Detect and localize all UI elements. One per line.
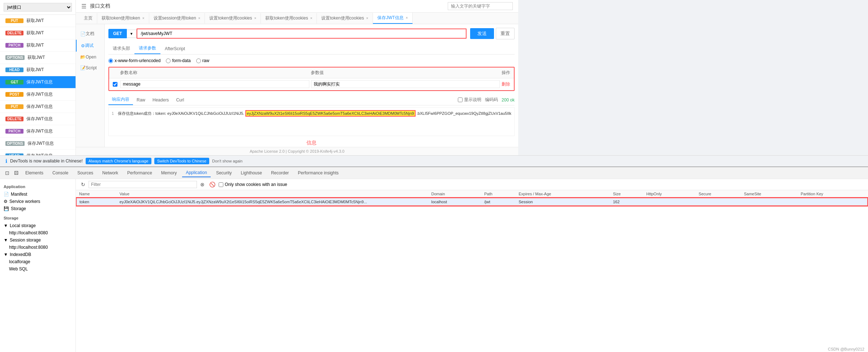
cookie-row[interactable]: token eyJ0eXAiOiJKV1QiLCJhbGciOiJJUzI1Ni… — [76, 198, 868, 206]
tab-elements[interactable]: Elements — [22, 169, 47, 177]
clear-cookies-button[interactable]: 🚫 — [208, 181, 217, 188]
sidebar-service-workers[interactable]: ⚙ Service workers — [0, 198, 76, 205]
left-panel-debug[interactable]: ⚙ 调试 — [76, 40, 104, 52]
tab-3[interactable]: 设置token使用cookies × — [205, 13, 261, 23]
col-header-path[interactable]: Path — [481, 190, 516, 198]
col-header-name[interactable]: Name — [76, 190, 117, 198]
sidebar-item[interactable]: PUT 保存JWT信息 — [0, 101, 76, 113]
col-header-size[interactable]: Size — [610, 190, 643, 198]
radio-formdata[interactable]: form-data — [166, 58, 190, 63]
tab-4[interactable]: 获取token使用cookies × — [261, 13, 317, 23]
tab-5[interactable]: 设置token使用cookies × — [317, 13, 373, 23]
tab-close-icon[interactable]: × — [198, 16, 201, 20]
sidebar-local-storage[interactable]: ▼ Local storage — [0, 222, 76, 229]
sidebar-item[interactable]: DELETE 保存JWT信息 — [0, 113, 76, 125]
left-panel-script[interactable]: 📝 Script — [76, 62, 104, 73]
col-header-secure[interactable]: Secure — [696, 190, 741, 198]
col-header-httponly[interactable]: HttpOnly — [643, 190, 696, 198]
response-tab-curl[interactable]: Curl — [172, 96, 188, 104]
tab-security[interactable]: Security — [212, 169, 235, 177]
method-button[interactable]: GET — [108, 29, 127, 38]
sidebar-session-storage[interactable]: ▼ Session storage — [0, 236, 76, 244]
url-input[interactable] — [137, 29, 467, 39]
radio-urlencoded[interactable]: x-www-form-urlencoded — [108, 58, 160, 63]
hamburger-icon[interactable]: ☰ — [81, 3, 86, 10]
tab-1[interactable]: 获取token使用token × — [97, 13, 149, 23]
devtools-cursor-icon[interactable]: ⊡ — [4, 169, 11, 177]
only-show-cookies-checkbox[interactable] — [219, 182, 223, 187]
api-group-select[interactable]: jwt接口 — [4, 3, 72, 12]
tab-home[interactable]: 主页 — [80, 13, 97, 23]
tab-sources[interactable]: Sources — [74, 169, 97, 177]
radio-raw[interactable]: raw — [196, 58, 209, 63]
tab-close-icon[interactable]: × — [366, 16, 368, 20]
refresh-cookies-button[interactable]: ↻ — [80, 181, 87, 188]
clear-filter-button[interactable]: ⊗ — [199, 181, 206, 188]
sidebar-item-active[interactable]: GET 保存JWT信息 — [0, 76, 76, 88]
sidebar-item[interactable]: PUT 获取JWT — [0, 15, 76, 27]
show-desc-checkbox[interactable] — [458, 97, 463, 102]
tab-close-icon[interactable]: × — [310, 16, 312, 20]
cookie-filter-input[interactable] — [89, 181, 197, 188]
method-dropdown-button[interactable]: ▼ — [127, 30, 137, 38]
show-desc-label[interactable]: 显示说明 — [458, 97, 481, 103]
response-tab-content[interactable]: 响应内容 — [108, 95, 133, 105]
sidebar-item[interactable]: HEAD 获取JWT — [0, 64, 76, 76]
sidebar-storage[interactable]: 💾 Storage — [0, 205, 76, 212]
sidebar-item[interactable]: HEAD 保存JWT信息 — [0, 150, 76, 155]
sidebar-websql[interactable]: Web SQL — [0, 265, 76, 273]
tab-2[interactable]: 设置session使用token × — [149, 13, 205, 23]
col-header-value[interactable]: Value — [117, 190, 429, 198]
tabs-bar: 主页 获取token使用token × 设置session使用token × 设… — [76, 13, 518, 24]
col-header-domain[interactable]: Domain — [429, 190, 481, 198]
devtools-inspect-icon[interactable]: ⚄ — [13, 169, 20, 177]
search-input[interactable] — [448, 2, 513, 10]
sidebar-item[interactable]: POST 保存JWT信息 — [0, 88, 76, 101]
left-panel-doc[interactable]: 📄 文档 — [76, 28, 104, 40]
tab-active[interactable]: 保存JWT信息 × — [373, 13, 413, 24]
switch-chinese-button[interactable]: Switch DevTools to Chinese — [154, 158, 209, 164]
sub-tab-afterscript[interactable]: AfterScript — [160, 44, 189, 53]
col-header-samesite[interactable]: SameSite — [741, 190, 798, 198]
sub-tab-headers[interactable]: 请求头部 — [108, 43, 134, 54]
sidebar-session-storage-url[interactable]: http://localhost:8080 — [0, 244, 76, 251]
sidebar-item[interactable]: PATCH 保存JWT信息 — [0, 125, 76, 138]
tab-console[interactable]: Console — [49, 169, 72, 177]
sidebar-indexeddb[interactable]: ▼ IndexedDB — [0, 251, 76, 258]
tab-memory[interactable]: Memory — [158, 169, 180, 177]
sidebar-localforage[interactable]: localforage — [0, 258, 76, 265]
tab-lighthouse[interactable]: Lighthouse — [237, 169, 266, 177]
send-button[interactable]: 发送 — [470, 28, 494, 39]
col-header-expires[interactable]: Expires / Max-Age — [516, 190, 610, 198]
sidebar-item[interactable]: DELETE 获取JWT — [0, 27, 76, 39]
tab-performance[interactable]: Performance — [124, 169, 156, 177]
sub-tab-params[interactable]: 请求参数 — [134, 43, 160, 54]
sidebar-local-storage-url[interactable]: http://localhost:8080 — [0, 229, 76, 236]
tab-recorder[interactable]: Recorder — [267, 169, 292, 177]
match-language-button[interactable]: Always match Chrome's language — [86, 158, 151, 164]
tab-close-active-icon[interactable]: × — [406, 16, 408, 20]
param-name-input[interactable] — [120, 80, 309, 88]
param-value-input[interactable] — [311, 80, 500, 88]
dont-show-button[interactable]: Don't show again — [212, 159, 242, 163]
response-tab-raw[interactable]: Raw — [133, 96, 149, 104]
param-checkbox[interactable] — [113, 82, 117, 87]
tab-network[interactable]: Network — [99, 169, 122, 177]
tab-application[interactable]: Application — [182, 169, 211, 177]
sidebar-manifest[interactable]: 📄 Manifest — [0, 191, 76, 198]
tab-close-icon[interactable]: × — [254, 16, 257, 20]
expand-icon: ▼ — [4, 238, 8, 243]
sidebar-item[interactable]: PATCH 获取JWT — [0, 39, 76, 52]
method-badge-head: HEAD — [5, 68, 23, 72]
footer: Apache License 2.0 | Copyright © 2019-Kn… — [76, 147, 518, 155]
left-panel-open[interactable]: 📂 Open — [76, 52, 104, 62]
param-delete-link[interactable]: 删除 — [502, 81, 510, 87]
sidebar-item[interactable]: OPTIONS 获取JWT — [0, 52, 76, 64]
response-tab-headers[interactable]: Headers — [149, 96, 172, 104]
tab-close-icon[interactable]: × — [142, 16, 145, 20]
tab-perf-insights[interactable]: Performance insights — [294, 169, 342, 177]
col-header-partition-key[interactable]: Partition Key — [798, 190, 868, 198]
reset-button[interactable]: 重置 — [496, 28, 515, 39]
devtools-panel: ⊡ ⚄ Elements Console Sources Network Per… — [0, 166, 868, 352]
sidebar-item[interactable]: OPTIONS 保存JWT信息 — [0, 138, 76, 150]
